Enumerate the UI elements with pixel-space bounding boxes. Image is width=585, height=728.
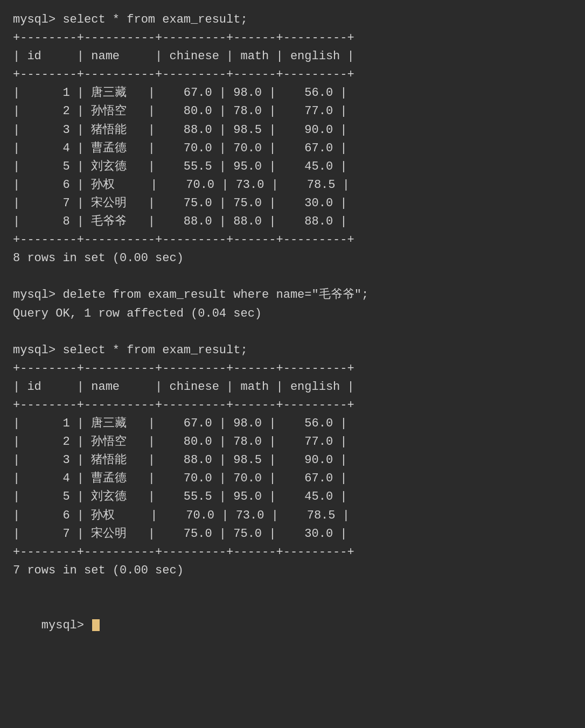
data-row-3-1: | 1 | 唐三藏 | 67.0 | 98.0 | 56.0 | [13,415,572,433]
data-row-3-4: | 4 | 曹孟德 | 70.0 | 70.0 | 67.0 | [13,470,572,488]
header-row-1: | id | name | chinese | math | english | [13,47,572,66]
data-row-1-1: | 1 | 唐三藏 | 67.0 | 98.0 | 56.0 | [13,84,572,102]
prompt-3: mysql> [13,344,55,357]
separator-top-3: +--------+----------+---------+------+--… [13,360,572,378]
data-row-3-2: | 2 | 孙悟空 | 80.0 | 78.0 | 77.0 | [13,433,572,451]
prompt-2: mysql> [13,288,55,302]
blank-2 [13,323,572,341]
terminal-window: mysql> select * from exam_result; +-----… [13,11,572,653]
data-row-3-3: | 3 | 猪悟能 | 88.0 | 98.5 | 90.0 | [13,451,572,470]
command-line-3: mysql> select * from exam_result; [13,341,572,360]
prompt-1: mysql> [13,13,55,26]
command-block-3: mysql> select * from exam_result; +-----… [13,341,572,580]
data-row-1-3: | 3 | 猪悟能 | 88.0 | 98.5 | 90.0 | [13,121,572,139]
rowcount-3: 7 rows in set (0.00 sec) [13,562,572,580]
separator-bot-3: +--------+----------+---------+------+--… [13,543,572,562]
separator-mid-3: +--------+----------+---------+------+--… [13,396,572,415]
data-row-1-6: | 6 | 孙权 | 70.0 | 73.0 | 78.5 | [13,176,572,194]
final-prompt-line[interactable]: mysql> [13,598,572,653]
command-line-1: mysql> select * from exam_result; [13,11,572,29]
data-row-1-8: | 8 | 毛爷爷 | 88.0 | 88.0 | 88.0 | [13,213,572,231]
data-row-1-7: | 7 | 宋公明 | 75.0 | 75.0 | 30.0 | [13,194,572,213]
data-row-1-4: | 4 | 曹孟德 | 70.0 | 70.0 | 67.0 | [13,139,572,158]
command-block-2: mysql> delete from exam_result where nam… [13,286,572,323]
cursor-block [92,619,100,631]
blank-1 [13,268,572,286]
data-row-1-5: | 5 | 刘玄德 | 55.5 | 95.0 | 45.0 | [13,158,572,176]
separator-bot-1: +--------+----------+---------+------+--… [13,231,572,249]
header-row-3: | id | name | chinese | math | english | [13,378,572,396]
blank-3 [13,580,572,598]
query-ok: Query OK, 1 row affected (0.04 sec) [13,305,572,323]
command-line-2: mysql> delete from exam_result where nam… [13,286,572,304]
command-block-1: mysql> select * from exam_result; +-----… [13,11,572,268]
data-row-3-6: | 6 | 孙权 | 70.0 | 73.0 | 78.5 | [13,507,572,525]
final-prompt: mysql> [41,619,91,632]
separator-top-1: +--------+----------+---------+------+--… [13,29,572,47]
data-row-3-7: | 7 | 宋公明 | 75.0 | 75.0 | 30.0 | [13,525,572,543]
data-row-1-2: | 2 | 孙悟空 | 80.0 | 78.0 | 77.0 | [13,102,572,121]
data-row-3-5: | 5 | 刘玄德 | 55.5 | 95.0 | 45.0 | [13,488,572,506]
rowcount-1: 8 rows in set (0.00 sec) [13,249,572,268]
separator-mid-1: +--------+----------+---------+------+--… [13,66,572,84]
